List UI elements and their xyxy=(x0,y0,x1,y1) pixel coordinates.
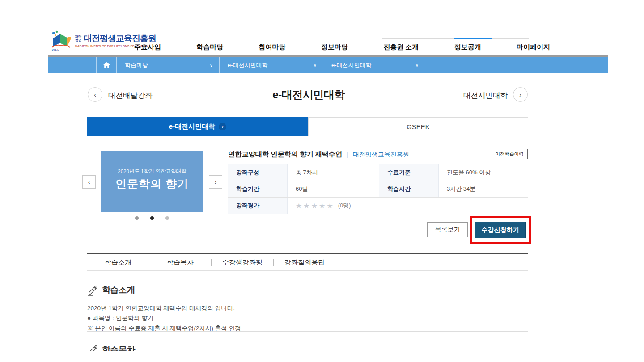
course-banner: 2020년도 1학기 연합교양대학 인문학의 향기 xyxy=(101,151,203,212)
nav-indicator-active xyxy=(454,38,492,39)
breadcrumb-item-ecitizen-2[interactable]: e-대전시민대학 ∨ xyxy=(323,57,425,73)
value-course-structure: 총 7차시 xyxy=(288,164,379,181)
chevron-left-icon: ‹ xyxy=(94,91,96,98)
intro-line: ※ 본인 이름의 수료증 제출 시 재택수업(2차시) 출석 인정 xyxy=(87,324,241,333)
previous-learning-history-button[interactable]: 이전학습이력 xyxy=(491,149,528,159)
table-row: 강좌구성 총 7차시 수료기준 진도율 60% 이상 xyxy=(228,164,528,181)
section-divider xyxy=(87,331,528,332)
contents-section-heading: 학습목차 xyxy=(87,344,266,351)
intro-line: ● 과목명 : 인문학의 향기 xyxy=(87,313,241,323)
svg-text:D I L E: D I L E xyxy=(52,48,59,51)
top-navigation: 주요사업 학습마당 참여마당 정보마당 진흥원 소개 정보공개 마이페이지 xyxy=(134,43,550,51)
page-title: e-대전시민대학 xyxy=(221,88,396,102)
logo-icon: D I L E xyxy=(49,29,72,51)
breadcrumb: 학습마당 ∨ e-대전시민대학 ∨ e-대전시민대학 ∨ xyxy=(48,55,608,73)
tab-course-qna[interactable]: 강좌질의응답 xyxy=(274,258,335,267)
intro-line: 2020년 1학기 연합교양대학 재택수업 대체강의 입니다. xyxy=(87,303,241,313)
tab-course-contents[interactable]: 학습목차 xyxy=(149,258,211,267)
intro-section-heading: 학습소개 xyxy=(87,284,135,296)
page-prev-button[interactable]: ‹ xyxy=(88,87,102,102)
label-course-rating: 강좌평가 xyxy=(228,198,288,214)
rating-cell: ★★★★★ (0명) xyxy=(288,198,528,214)
slider-dots xyxy=(135,216,169,220)
enroll-button[interactable]: 수강신청하기 xyxy=(475,222,526,238)
banner-title: 인문학의 향기 xyxy=(115,177,189,191)
course-title-separator: | xyxy=(347,151,348,158)
tab-dropdown-icon[interactable]: ∨ xyxy=(219,123,226,130)
value-learning-time: 3시간 34분 xyxy=(439,181,528,197)
label-course-structure: 강좌구성 xyxy=(228,164,288,181)
label-completion-criteria: 수료기준 xyxy=(379,164,439,181)
slider-dot-2-active[interactable] xyxy=(150,216,154,220)
nav-item-information[interactable]: 정보마당 xyxy=(321,43,348,51)
list-view-button[interactable]: 목록보기 xyxy=(427,222,468,237)
tab-course-intro[interactable]: 학습소개 xyxy=(87,258,149,267)
page-prev-label[interactable]: 대전배달강좌 xyxy=(108,91,153,101)
nav-item-mypage[interactable]: 마이페이지 xyxy=(517,43,550,51)
tab-e-daejeon-citizen-univ[interactable]: e-대전시민대학 ∨ xyxy=(87,117,308,136)
table-row: 학습기간 60일 학습시간 3시간 34분 xyxy=(228,181,528,198)
nav-item-about[interactable]: 진흥원 소개 xyxy=(383,43,419,51)
page: D I L E 재단법인 대전평생교육진흥원 DAEJEON INSTITUTE… xyxy=(0,0,644,362)
slider-dot-3[interactable] xyxy=(165,216,169,220)
nav-item-learning[interactable]: 학습마당 xyxy=(196,43,223,51)
chevron-left-icon: ‹ xyxy=(88,178,90,185)
slider-dot-1[interactable] xyxy=(135,216,139,220)
course-header: 연합교양대학 인문학의 향기 재택수업 | 대전평생교육진흥원 xyxy=(228,150,409,159)
chevron-right-icon: › xyxy=(519,91,521,98)
table-row: 강좌평가 ★★★★★ (0명) xyxy=(228,198,528,214)
chevron-down-icon: ∨ xyxy=(314,63,317,67)
breadcrumb-home[interactable] xyxy=(96,57,116,73)
value-completion-criteria: 진도율 60% 이상 xyxy=(439,164,528,181)
course-info-table: 강좌구성 총 7차시 수료기준 진도율 60% 이상 학습기간 60일 학습시간… xyxy=(228,164,528,214)
star-rating-icons: ★★★★★ xyxy=(296,202,335,210)
label-learning-period: 학습기간 xyxy=(228,181,288,197)
chevron-down-icon: ∨ xyxy=(415,63,419,67)
next-section-clipped: 학습목차 xyxy=(87,344,266,351)
nav-item-main-business[interactable]: 주요사업 xyxy=(134,43,161,51)
breadcrumb-filler xyxy=(425,57,608,73)
nav-item-participation[interactable]: 참여마당 xyxy=(259,43,286,51)
tab-gseek[interactable]: GSEEK xyxy=(308,117,528,136)
banner-subtitle: 2020년도 1학기 연합교양대학 xyxy=(118,168,186,175)
page-next-button[interactable]: › xyxy=(513,87,528,102)
breadcrumb-item-learning[interactable]: 학습마당 ∨ xyxy=(116,57,219,73)
slider-next-button[interactable]: › xyxy=(209,175,222,189)
nav-indicator-track xyxy=(382,38,529,39)
label-learning-time: 학습시간 xyxy=(379,181,439,197)
tab-student-reviews[interactable]: 수강생강좌평 xyxy=(212,258,273,267)
pencil-icon xyxy=(87,285,98,296)
chevron-down-icon: ∨ xyxy=(210,63,213,67)
chevron-right-icon: › xyxy=(215,178,217,185)
breadcrumb-spacer xyxy=(48,57,96,73)
course-provider-link[interactable]: 대전평생교육진흥원 xyxy=(353,151,409,159)
nav-item-disclosure[interactable]: 정보공개 xyxy=(454,43,481,51)
intro-text: 2020년 1학기 연합교양대학 재택수업 대체강의 입니다. ● 과목명 : … xyxy=(87,303,241,333)
slider-prev-button[interactable]: ‹ xyxy=(82,175,96,189)
home-icon xyxy=(103,62,110,68)
page-next-label[interactable]: 대전시민대학 xyxy=(447,91,508,101)
rating-count: (0명) xyxy=(338,202,351,210)
section-tabs: 학습소개 학습목차 수강생강좌평 강좌질의응답 xyxy=(87,253,528,271)
pencil-icon xyxy=(87,345,98,351)
course-title: 연합교양대학 인문학의 향기 재택수업 xyxy=(228,150,342,159)
logo-prefix: 재단법인 xyxy=(75,35,82,42)
breadcrumb-item-ecitizen-1[interactable]: e-대전시민대학 ∨ xyxy=(219,57,323,73)
value-learning-period: 60일 xyxy=(288,181,379,197)
